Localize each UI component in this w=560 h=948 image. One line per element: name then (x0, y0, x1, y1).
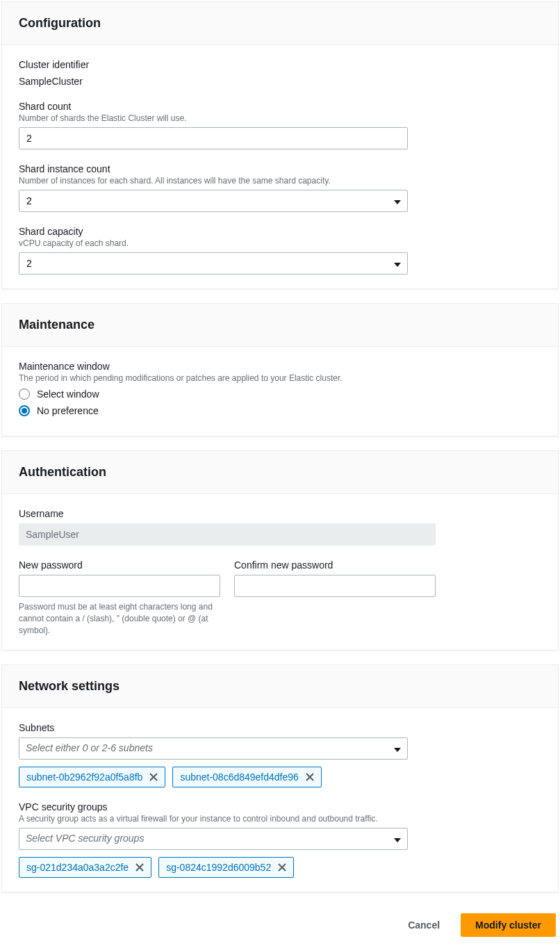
configuration-header: Configuration (2, 2, 558, 45)
radio-select-window[interactable]: Select window (19, 389, 541, 400)
cluster-identifier-value: SampleCluster (19, 76, 541, 87)
shard-count-field: Shard count Number of shards the Elastic… (19, 101, 541, 149)
username-input (19, 523, 436, 546)
subnets-select[interactable]: Select either 0 or 2-6 subnets (19, 737, 408, 760)
remove-token-icon[interactable] (278, 863, 286, 872)
configuration-panel: Configuration Cluster identifier SampleC… (1, 1, 559, 289)
cluster-identifier-field: Cluster identifier SampleCluster (19, 59, 541, 87)
shard-count-label: Shard count (19, 101, 541, 112)
remove-token-icon[interactable] (149, 773, 158, 781)
maintenance-header: Maintenance (2, 304, 558, 347)
subnets-tokens: subnet-0b2962f92a0f5a8fb subnet-08c6d849… (19, 767, 541, 787)
shard-capacity-desc: vCPU capacity of each shard. (19, 238, 541, 248)
security-group-token: sg-021d234a0a3a2c2fe (19, 857, 151, 878)
confirm-password-field: Confirm new password (234, 559, 436, 636)
security-group-token-label: sg-021d234a0a3a2c2fe (26, 862, 129, 873)
subnets-label: Subnets (19, 722, 541, 733)
username-label: Username (19, 508, 541, 519)
username-field: Username (19, 508, 541, 546)
new-password-field: New password Password must be at least e… (19, 559, 220, 636)
maintenance-title: Maintenance (19, 318, 541, 332)
shard-capacity-label: Shard capacity (19, 226, 541, 237)
radio-icon (19, 389, 30, 400)
confirm-password-label: Confirm new password (234, 559, 436, 571)
security-groups-desc: A security group acts as a virtual firew… (19, 814, 541, 824)
modify-cluster-button[interactable]: Modify cluster (461, 913, 556, 937)
security-group-token: sg-0824c1992d6009b52 (158, 857, 294, 878)
remove-token-icon[interactable] (135, 863, 144, 872)
radio-select-window-label: Select window (37, 389, 99, 400)
subnet-token-label: subnet-08c6d849efd4dfe96 (180, 771, 298, 783)
configuration-title: Configuration (19, 16, 541, 31)
security-groups-label: VPC security groups (19, 801, 541, 812)
authentication-title: Authentication (19, 465, 541, 480)
subnet-token: subnet-08c6d849efd4dfe96 (172, 767, 321, 787)
security-groups-field: VPC security groups A security group act… (19, 801, 541, 878)
shard-instance-count-field: Shard instance count Number of instances… (19, 163, 541, 212)
shard-instance-count-select[interactable]: 2 (19, 190, 408, 212)
subnets-field: Subnets Select either 0 or 2-6 subnets s… (19, 722, 541, 787)
cluster-identifier-label: Cluster identifier (19, 59, 541, 70)
new-password-input[interactable] (19, 575, 220, 597)
confirm-password-input[interactable] (234, 575, 436, 597)
authentication-panel: Authentication Username New password Pas… (1, 450, 559, 651)
remove-token-icon[interactable] (306, 773, 314, 781)
network-settings-header: Network settings (2, 665, 558, 708)
shard-count-desc: Number of shards the Elastic Cluster wil… (19, 113, 541, 123)
shard-instance-count-label: Shard instance count (19, 163, 541, 174)
shard-count-input[interactable] (19, 127, 408, 149)
security-groups-tokens: sg-021d234a0a3a2c2fe sg-0824c1992d6009b5… (19, 857, 541, 878)
maintenance-panel: Maintenance Maintenance window The perio… (1, 303, 559, 436)
maintenance-window-desc: The period in which pending modification… (19, 373, 541, 383)
radio-no-preference[interactable]: No preference (19, 405, 541, 416)
new-password-label: New password (19, 559, 220, 571)
network-settings-title: Network settings (19, 679, 541, 694)
maintenance-window-label: Maintenance window (19, 361, 541, 372)
security-group-token-label: sg-0824c1992d6009b52 (166, 862, 271, 873)
subnet-token-label: subnet-0b2962f92a0f5a8fb (26, 771, 142, 783)
network-settings-panel: Network settings Subnets Select either 0… (1, 664, 559, 892)
shard-capacity-select[interactable]: 2 (19, 252, 408, 275)
shard-instance-count-desc: Number of instances for each shard. All … (19, 176, 541, 186)
radio-no-preference-label: No preference (37, 405, 99, 416)
footer-actions: Cancel Modify cluster (1, 906, 559, 942)
shard-capacity-field: Shard capacity vCPU capacity of each sha… (19, 226, 541, 275)
radio-icon (19, 405, 30, 416)
subnet-token: subnet-0b2962f92a0f5a8fb (19, 767, 165, 787)
authentication-header: Authentication (2, 451, 558, 494)
maintenance-window-field: Maintenance window The period in which p… (19, 361, 541, 416)
security-groups-select[interactable]: Select VPC security groups (19, 828, 408, 850)
cancel-button[interactable]: Cancel (394, 913, 454, 937)
new-password-hint: Password must be at least eight characte… (19, 601, 220, 636)
